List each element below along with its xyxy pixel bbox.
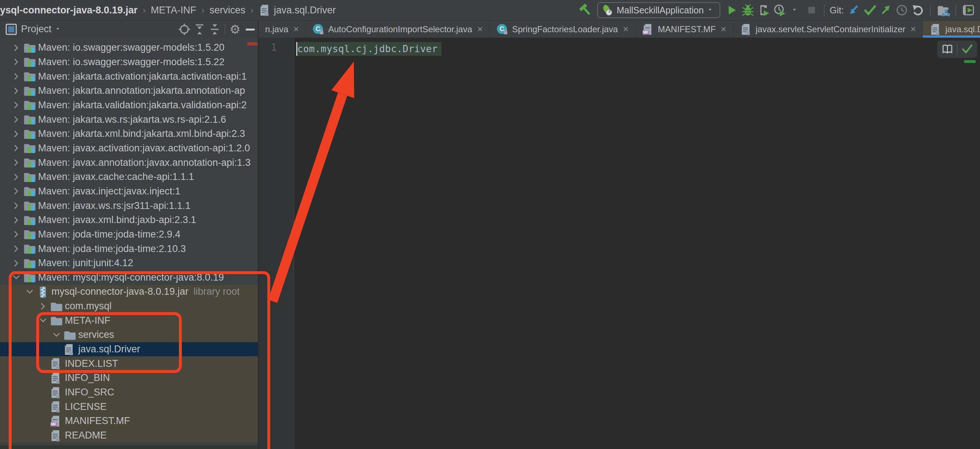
fileMF-icon: MF [49, 414, 65, 428]
tree-item-maven-javax-activation-javax-activation-[interactable]: Maven: javax.activation:javax.activation… [0, 141, 258, 156]
breadcrumb-item[interactable]: java.sql.Driver [274, 5, 336, 16]
breadcrumb-item[interactable]: services [210, 5, 245, 16]
lib-icon [23, 84, 38, 97]
tree-item-maven-javax-ws-rs-jsr311-api-1-1-1[interactable]: Maven: javax.ws.rs:jsr311-api:1.1.1 [0, 198, 258, 213]
tree-item-com-mysql[interactable]: com.mysql [0, 299, 258, 314]
tree-item-java-sql-driver[interactable]: java.sql.Driver [0, 342, 258, 357]
tree-item-maven-joda-time-joda-time-2-9-4[interactable]: Maven: joda-time:joda-time:2.9.4 [0, 228, 258, 242]
collapse-all-icon[interactable] [207, 22, 223, 37]
tree-item-maven-junit-junit-4-12[interactable]: Maven: junit:junit:4.12 [0, 256, 258, 271]
tab-manifest-mf[interactable]: MFMANIFEST.MF× [635, 21, 733, 38]
tree-item-label: MANIFEST.MF [65, 416, 130, 427]
debug-button[interactable] [740, 2, 756, 18]
chevron-right-icon[interactable] [10, 201, 23, 210]
close-icon[interactable]: × [477, 24, 483, 35]
chevron-right-icon[interactable] [10, 72, 23, 81]
tree-item-meta-inf[interactable]: META-INF [0, 313, 258, 328]
chevron-right-icon[interactable] [10, 100, 23, 110]
tree-item-maven-jakarta-validation-jakarta-validat[interactable]: Maven: jakarta.validation:jakarta.valida… [0, 98, 258, 113]
tree-item-maven-joda-time-joda-time-2-10-3[interactable]: Maven: joda-time:joda-time:2.10.3 [0, 242, 258, 256]
svg-text:MF: MF [51, 422, 57, 426]
tree-item-maven-javax-inject-javax-inject-1[interactable]: Maven: javax.inject:javax.inject:1 [0, 184, 258, 199]
chevron-down-icon[interactable] [49, 330, 63, 340]
chevron-right-icon[interactable] [10, 129, 23, 139]
tab-javax-servlet-servletcontainerinitializer[interactable]: javax.servlet.ServletContainerInitialize… [733, 21, 923, 38]
project-panel-header: Project ⚙ [0, 21, 259, 38]
tree-item-maven-jakarta-ws-rs-jakarta-ws-rs-api-2-[interactable]: Maven: jakarta.ws.rs:jakarta.ws.rs-api:2… [0, 112, 258, 127]
tree-item-maven-javax-xml-bind-jaxb-api-2-3-1[interactable]: Maven: javax.xml.bind:jaxb-api:2.3.1 [0, 213, 258, 228]
tree-item-maven-javax-cache-cache-api-1-1-1[interactable]: Maven: javax.cache:cache-api:1.1.1 [0, 170, 258, 184]
tree-item-maven-io-swagger-swagger-models-1-5-22[interactable]: Maven: io.swagger:swagger-models:1.5.22 [0, 55, 258, 70]
inspections-ok-icon[interactable] [961, 43, 974, 55]
tab-java-sql-driver[interactable]: java.sql.Driver× [923, 21, 980, 38]
chevron-right-icon[interactable] [10, 215, 23, 225]
class-icon: C [312, 23, 325, 35]
tree-item-suffix: library root [193, 286, 240, 297]
tree-item-index-list[interactable]: INDEX.LIST [0, 356, 258, 371]
tab-springfactoriesloader-java[interactable]: CSpringFactoriesLoader.java× [490, 21, 635, 38]
chevron-right-icon[interactable] [10, 229, 23, 239]
close-icon[interactable]: × [721, 24, 726, 35]
tree-item-maven-jakarta-annotation-jakarta-annotat[interactable]: Maven: jakarta.annotation:jakarta.annota… [0, 84, 258, 98]
ide-window: ysql-connector-java-8.0.19.jar›META-INF›… [0, 0, 980, 449]
editor-pane[interactable]: 1 com.mysql.cj.jdbc.Driver [259, 38, 980, 449]
chevron-right-icon[interactable] [10, 115, 23, 124]
run-config-selector[interactable]: MallSeckillApplication [597, 2, 720, 18]
profiler-button[interactable] [772, 2, 788, 18]
close-icon[interactable]: × [623, 24, 628, 35]
chevron-right-icon[interactable] [10, 258, 23, 268]
tree-item-maven-jakarta-xml-bind-jakarta-xml-bind-[interactable]: Maven: jakarta.xml.bind:jakarta.xml.bind… [0, 127, 258, 141]
run-button[interactable] [724, 2, 740, 18]
tree-item-services[interactable]: services [0, 328, 258, 342]
chevron-down-icon [55, 25, 63, 33]
chevron-right-icon[interactable] [10, 172, 23, 182]
project-view-selector[interactable]: Project [5, 23, 63, 35]
tree-item-maven-jakarta-activation-jakarta-activat[interactable]: Maven: jakarta.activation:jakarta.activa… [0, 69, 258, 84]
chevron-down-icon[interactable] [36, 316, 49, 325]
breadcrumb-item[interactable]: ysql-connector-java-8.0.19.jar [0, 5, 138, 16]
tree-item-readme[interactable]: README [0, 428, 258, 443]
tree-item-mysql-connector-java-8-0-19-jar[interactable]: mysql-connector-java-8.0.19.jarlibrary r… [0, 285, 258, 299]
tree-item-info-bin[interactable]: INFO_BIN [0, 371, 258, 385]
chevron-right-icon[interactable] [10, 186, 23, 196]
close-icon[interactable]: × [910, 24, 916, 35]
tree-item-maven-javax-annotation-javax-annotation-[interactable]: Maven: javax.annotation:javax.annotation… [0, 155, 258, 170]
build-button[interactable] [578, 2, 593, 18]
lib-icon [23, 185, 38, 198]
chevron-down-icon[interactable] [10, 273, 23, 282]
tree-item-maven-mysql-mysql-connector-java-8-0-19[interactable]: Maven: mysql:mysql-connector-java:8.0.19 [0, 271, 258, 285]
chevron-right-icon[interactable] [10, 158, 23, 167]
chevron-down-icon[interactable] [23, 287, 36, 296]
profiler-dropdown[interactable] [788, 2, 803, 18]
chevron-right-icon[interactable] [10, 57, 23, 67]
project-structure-button[interactable] [935, 2, 951, 18]
chevron-right-icon[interactable] [10, 143, 23, 153]
tab-autoconfigurationimportselector-java[interactable]: CAutoConfigurationImportSelector.java× [305, 21, 490, 38]
history-button[interactable] [894, 2, 910, 18]
close-icon[interactable]: × [293, 24, 299, 35]
git-commit-button[interactable] [862, 2, 878, 18]
chevron-right-icon[interactable] [10, 86, 23, 96]
rollback-button[interactable] [910, 2, 926, 18]
coverage-button[interactable] [756, 2, 772, 18]
breadcrumb-item[interactable]: META-INF [151, 5, 196, 16]
tree-item-info-src[interactable]: INFO_SRC [0, 385, 258, 400]
git-push-button[interactable] [878, 2, 894, 18]
chevron-right-icon[interactable] [10, 244, 23, 253]
chevron-right-icon[interactable] [36, 302, 49, 311]
tree-item-maven-io-swagger-swagger-models-1-5-20[interactable]: Maven: io.swagger:swagger-models:1.5.20 [0, 41, 258, 55]
tree-item-license[interactable]: LICENSE [0, 400, 258, 414]
reader-mode-icon[interactable] [941, 43, 954, 55]
tree-item-manifest-mf[interactable]: MFMANIFEST.MF [0, 414, 258, 428]
run-toolwindow-button[interactable] [961, 2, 976, 18]
settings-gear-icon[interactable]: ⚙ [228, 22, 243, 37]
tab-n-java[interactable]: n.java× [259, 21, 305, 38]
git-update-button[interactable] [846, 2, 862, 18]
manifest-file-icon: MF [642, 22, 654, 36]
expand-all-icon[interactable] [192, 22, 207, 37]
hide-panel-icon[interactable] [243, 22, 258, 37]
chevron-right-icon[interactable] [10, 43, 23, 53]
locate-file-icon[interactable] [177, 22, 192, 37]
stop-button[interactable] [803, 2, 819, 18]
tree-item-label: Maven: jakarta.validation:jakarta.valida… [38, 100, 247, 111]
